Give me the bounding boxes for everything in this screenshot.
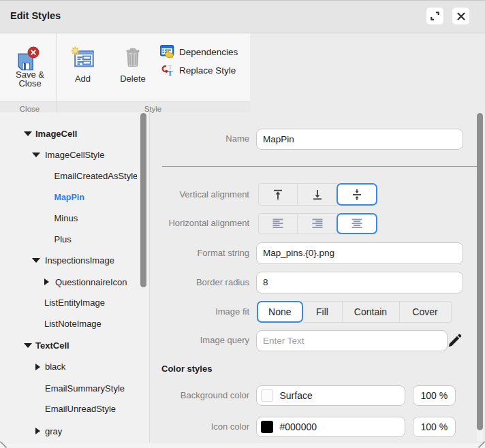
svg-text:T: T [168, 69, 173, 77]
